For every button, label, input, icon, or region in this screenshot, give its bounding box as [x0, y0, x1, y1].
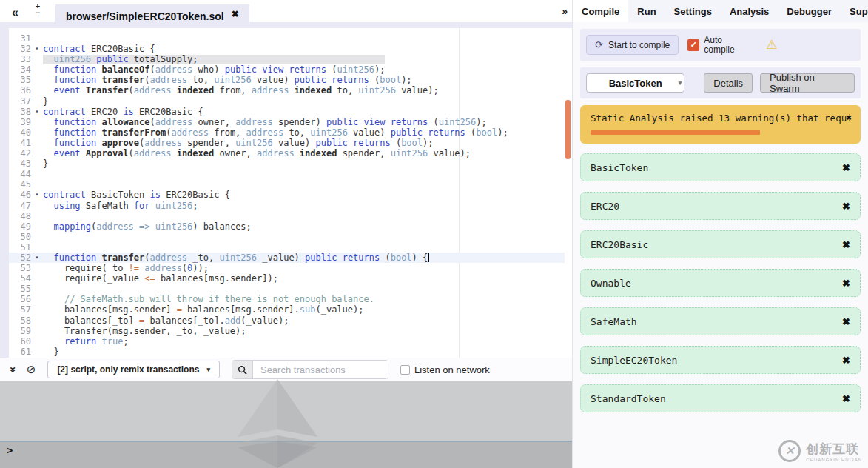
compiled-contract-item[interactable]: ERC20Basic✖ [580, 230, 861, 258]
terminal-log-area[interactable] [0, 381, 572, 441]
contract-close-icon[interactable]: ✖ [842, 393, 850, 404]
contract-close-icon[interactable]: ✖ [842, 201, 850, 212]
code-editor[interactable]: 3132▾contract ERC20Basic {33 uint256 pub… [0, 28, 572, 358]
compiled-contract-item[interactable]: Ownable✖ [580, 269, 861, 297]
line-number: 59 [9, 326, 31, 336]
code-line[interactable]: 53 require(_to != address(0)); [9, 263, 565, 273]
code-line[interactable]: 41 function approve(address spender, uin… [9, 138, 565, 148]
publish-on-swarm-label: Publish on Swarm [770, 72, 845, 94]
code-line[interactable]: 44 [9, 169, 565, 179]
contract-close-icon[interactable]: ✖ [842, 278, 850, 289]
compiled-contract-item[interactable]: StandardToken✖ [580, 384, 861, 412]
font-size-minus[interactable]: − [36, 8, 40, 17]
contract-name: Ownable [591, 278, 842, 289]
collapse-file-panel-icon[interactable]: « [12, 6, 18, 19]
contract-name: BasicToken [591, 162, 842, 173]
file-tab-close-icon[interactable]: ✖ [232, 9, 239, 19]
code-line[interactable]: 49 mapping(address => uint256) balances; [9, 221, 565, 232]
code-line[interactable]: 57 balances[msg.sender] = balances[msg.s… [9, 304, 565, 315]
code-line[interactable]: 35 function transfer(address to, uint256… [9, 75, 565, 85]
auto-compile-checkbox[interactable]: ✓ [687, 39, 699, 51]
code-line[interactable]: 47 using SafeMath for uint256; [9, 201, 565, 211]
static-analysis-warning-banner: Static Analysis raised 13 warning(s) tha… [580, 105, 861, 144]
contract-close-icon[interactable]: ✖ [842, 355, 850, 366]
terminal-toolbar: « ⊘ [2] script, only remix transactions … [0, 358, 572, 381]
code-line[interactable]: 34 function balanceOf(address who) publi… [9, 64, 565, 75]
contract-select-value: BasicToken [609, 78, 662, 89]
code-line[interactable]: 42 event Approval(address indexed owner,… [9, 148, 565, 158]
code-line[interactable]: 50 [9, 232, 565, 242]
contract-name: SafeMath [591, 316, 842, 327]
line-number: 46 [9, 190, 31, 200]
warning-close-icon[interactable]: ✖ [847, 113, 852, 123]
code-line[interactable]: 39 function allowance(address owner, add… [9, 117, 565, 127]
terminal-collapse-icon[interactable]: « [6, 367, 18, 372]
editor-tabbar: « + − browser/SimpleERC20Token.sol ✖ » [0, 0, 572, 28]
code-line[interactable]: 45 [9, 179, 565, 190]
fold-arrow-icon[interactable]: ▾ [31, 107, 43, 117]
code-line[interactable]: 58 balances[_to] = balances[_to].add(_va… [9, 315, 565, 326]
listen-on-network: Listen on network [400, 364, 490, 375]
line-number: 53 [9, 263, 31, 273]
code-line[interactable]: 48 [9, 211, 565, 221]
code-line[interactable]: 36 event Transfer(address indexed from, … [9, 85, 565, 96]
line-number: 50 [9, 232, 31, 242]
terminal-input-row[interactable]: > [0, 442, 572, 468]
contract-close-icon[interactable]: ✖ [842, 162, 850, 173]
compiled-contract-item[interactable]: SimpleEC20Token✖ [580, 346, 861, 374]
editor-scrollbar[interactable] [565, 100, 571, 159]
tab-run[interactable]: Run [628, 0, 665, 22]
code-line[interactable]: 61 } [9, 347, 565, 357]
tab-settings[interactable]: Settings [665, 0, 721, 22]
code-line[interactable]: 51 [9, 242, 565, 253]
remix-ide-window: « + − browser/SimpleERC20Token.sol ✖ » 3… [0, 0, 868, 468]
code-line[interactable]: 38▾contract ERC20 is ERC20Basic { [9, 107, 565, 117]
line-number: 31 [9, 33, 31, 44]
terminal-clear-icon[interactable]: ⊘ [27, 363, 36, 376]
code-text: } [43, 158, 48, 169]
line-number: 60 [9, 336, 31, 347]
line-number: 41 [9, 138, 31, 148]
code-line[interactable]: 54 require(_value <= balances[msg.sender… [9, 273, 565, 284]
search-transactions-input[interactable] [253, 361, 388, 378]
file-tab-label: browser/SimpleERC20Token.sol [66, 10, 224, 22]
compiled-contract-item[interactable]: BasicToken✖ [580, 153, 861, 181]
code-line[interactable]: 32▾contract ERC20Basic { [9, 44, 565, 54]
contract-select[interactable]: BasicToken ▾ [586, 73, 684, 93]
brand-logo-icon: ✕ [778, 440, 801, 462]
code-text: mapping(address => uint256) balances; [43, 221, 252, 232]
code-line[interactable]: 59 Transfer(msg.sender, _to, _value); [9, 326, 565, 336]
listen-on-network-checkbox[interactable] [400, 365, 410, 375]
code-line[interactable]: 37} [9, 96, 565, 107]
code-text: event Approval(address indexed owner, ad… [43, 148, 471, 158]
code-line[interactable]: 56 // SafeMath.sub will throw if there i… [9, 294, 565, 304]
font-size-icon[interactable]: + − [33, 3, 43, 16]
code-line[interactable]: 33 uint256 public totalSupply; [9, 54, 565, 64]
expand-right-panel-icon[interactable]: » [562, 5, 568, 17]
code-line[interactable]: 60 return true; [9, 336, 565, 347]
fold-arrow-icon[interactable]: ▾ [31, 44, 43, 54]
contract-close-icon[interactable]: ✖ [842, 239, 850, 250]
code-line[interactable]: 40 function transferFrom(address from, a… [9, 127, 565, 138]
contract-name: SimpleEC20Token [591, 355, 842, 366]
publish-on-swarm-button[interactable]: Publish on Swarm [760, 73, 855, 93]
compiled-contract-item[interactable]: SafeMath✖ [580, 307, 861, 335]
details-button[interactable]: Details [704, 73, 753, 93]
start-to-compile-button[interactable]: ⟳ Start to compile [586, 35, 679, 55]
tab-analysis[interactable]: Analysis [721, 0, 778, 22]
code-line[interactable]: 52▾ function transfer(address _to, uint2… [9, 253, 565, 263]
tab-debugger[interactable]: Debugger [778, 0, 841, 22]
compiled-contract-item[interactable]: ERC20✖ [580, 192, 861, 220]
contract-close-icon[interactable]: ✖ [842, 316, 850, 327]
code-line[interactable]: 43} [9, 158, 565, 169]
code-line[interactable]: 46▾contract BasicToken is ERC20Basic { [9, 190, 565, 200]
fold-arrow-icon[interactable]: ▾ [31, 253, 43, 263]
fold-arrow-icon[interactable]: ▾ [31, 190, 43, 200]
terminal-filter-dropdown[interactable]: [2] script, only remix transactions ▾ [47, 361, 220, 378]
code-line[interactable]: 55 [9, 284, 565, 294]
tab-compile[interactable]: Compile [573, 0, 628, 22]
code-text: uint256 public totalSupply; [43, 54, 198, 64]
refresh-icon: ⟳ [595, 39, 603, 50]
tab-support[interactable]: Support [841, 0, 868, 22]
code-line[interactable]: 31 [9, 33, 565, 44]
